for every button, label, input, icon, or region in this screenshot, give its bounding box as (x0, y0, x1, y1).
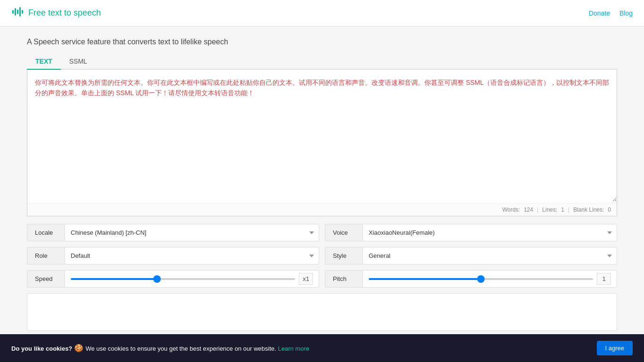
controls-grid: Locale Chinese (Mainland) [zh-CN] Englis… (27, 224, 617, 288)
logo-area: Free text to speech (11, 5, 101, 21)
tab-text[interactable]: TEXT (27, 54, 61, 70)
logo-text: Free text to speech (28, 8, 101, 18)
pitch-value: 1 (597, 273, 611, 285)
svg-rect-4 (22, 10, 23, 14)
locale-control: Locale Chinese (Mainland) [zh-CN] Englis… (27, 224, 319, 241)
pitch-slider-container: 1 (363, 273, 617, 285)
speed-value: x1 (299, 273, 313, 285)
locale-label: Locale (27, 224, 65, 241)
role-control: Role Default Girl Boy (27, 247, 319, 264)
voice-control: Voice XiaoxiaoNeural(Female) XiaoyouNeur… (325, 224, 617, 241)
blank-lines-label: Blank Lines: (573, 206, 604, 213)
svg-rect-2 (17, 9, 18, 14)
text-input[interactable]: 你可将此文本替换为所需的任何文本。你可在此文本框中编写或在此处粘贴你自己的文本。… (27, 70, 617, 202)
page-subtitle: A Speech service feature that converts t… (27, 38, 617, 46)
divider-1: | (537, 206, 538, 213)
pitch-control: Pitch 1 (325, 270, 617, 288)
style-control: Style General Chat Newscast (325, 247, 617, 264)
soundwave-icon (11, 5, 25, 21)
words-label: Words: (502, 206, 520, 213)
role-label: Role (27, 247, 65, 264)
cookie-banner: Do you like cookies? 🍪 We use cookies to… (0, 334, 644, 342)
locale-select[interactable]: Chinese (Mainland) [zh-CN] English (US) … (65, 225, 319, 240)
header: Free text to speech Donate Blog (0, 0, 644, 26)
speed-slider[interactable] (71, 278, 295, 280)
style-label: Style (325, 247, 363, 264)
speed-control: Speed x1 (27, 270, 319, 288)
voice-select[interactable]: XiaoxiaoNeural(Female) XiaoyouNeural(Mal… (363, 225, 617, 240)
lines-value: 1 (561, 206, 564, 213)
textarea-stats: Words: 124 | Lines: 1 | Blank Lines: 0 (27, 203, 617, 216)
pitch-slider[interactable] (369, 278, 593, 280)
blog-link[interactable]: Blog (619, 9, 633, 17)
output-area (27, 293, 617, 331)
tabs-container: TEXT SSML (27, 54, 617, 70)
tab-ssml[interactable]: SSML (61, 54, 96, 70)
role-select[interactable]: Default Girl Boy (65, 248, 319, 263)
style-select[interactable]: General Chat Newscast (363, 248, 617, 263)
words-value: 124 (524, 206, 533, 213)
lines-label: Lines: (542, 206, 557, 213)
speed-slider-container: x1 (65, 273, 319, 285)
svg-rect-0 (12, 10, 14, 14)
nav-links: Donate Blog (589, 9, 633, 17)
donate-link[interactable]: Donate (589, 9, 610, 17)
voice-label: Voice (325, 224, 363, 241)
main-content: A Speech service feature that converts t… (16, 26, 628, 342)
blank-lines-value: 0 (608, 206, 611, 213)
speed-label: Speed (27, 271, 65, 287)
svg-rect-3 (19, 7, 21, 16)
divider-2: | (568, 206, 570, 213)
textarea-container: 你可将此文本替换为所需的任何文本。你可在此文本框中编写或在此处粘贴你自己的文本。… (27, 70, 617, 216)
svg-rect-1 (15, 8, 16, 16)
cookie-agree-button[interactable]: I agree (597, 341, 633, 342)
pitch-label: Pitch (325, 271, 363, 287)
